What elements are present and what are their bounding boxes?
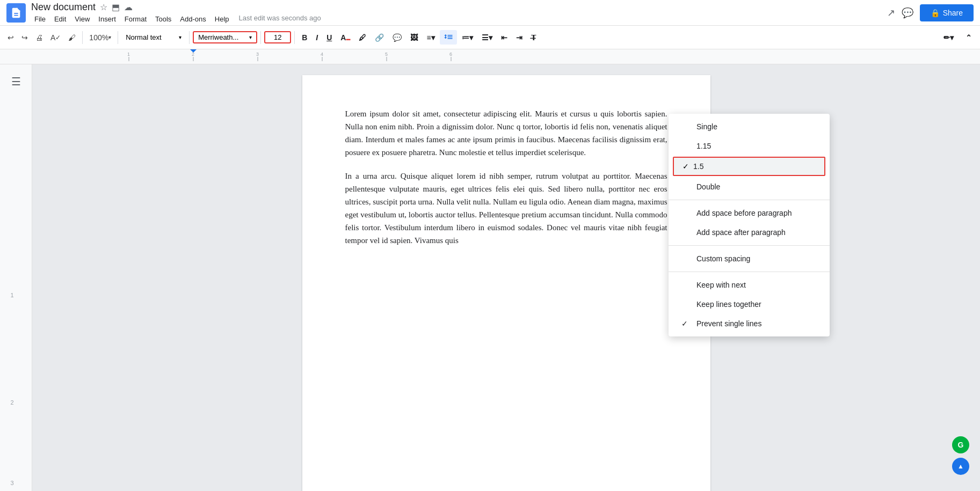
keep-with-next-label: Keep with next <box>696 281 817 289</box>
ruler: 1 2 3 4 5 6 <box>0 49 980 64</box>
zoom-value: 100% <box>89 33 108 42</box>
top-bar: New document ☆ ⬒ ☁ File Edit View Insert… <box>0 0 980 26</box>
keep-lines-together[interactable]: Keep lines together <box>669 295 830 314</box>
doc-title-area: New document ☆ ⬒ ☁ File Edit View Insert… <box>31 2 887 24</box>
spacing-1-5-label: 1.5 <box>693 162 703 171</box>
doc-area[interactable]: Lorem ipsum dolor sit amet, consectetur … <box>32 64 980 491</box>
cloud-icon[interactable]: ☁ <box>124 2 133 12</box>
svg-text:4: 4 <box>321 52 323 57</box>
menu-edit[interactable]: Edit <box>51 14 69 24</box>
menu-insert[interactable]: Insert <box>95 14 119 24</box>
separator-3 <box>189 31 190 44</box>
zoom-chevron: ▾ <box>108 34 111 40</box>
separator-spacing-2 <box>669 245 830 246</box>
star-icon[interactable]: ☆ <box>100 2 107 12</box>
paragraph-2: In a urna arcu. Quisque aliquet lorem id… <box>345 170 667 247</box>
print-button[interactable]: 🖨 <box>32 31 46 44</box>
top-right-area: ↗ 💬 🔒 Share <box>887 4 974 21</box>
spacing-1-15-label: 1.15 <box>696 142 817 150</box>
custom-spacing[interactable]: Custom spacing <box>669 249 830 268</box>
custom-spacing-label: Custom spacing <box>696 254 817 263</box>
menu-format[interactable]: Format <box>121 14 150 24</box>
clear-format-button[interactable]: T̶ <box>527 32 540 43</box>
svg-text:3: 3 <box>256 52 259 57</box>
checkmark-1-5: ✓ <box>683 162 693 171</box>
spacing-double[interactable]: Double <box>669 177 830 196</box>
underline-button[interactable]: U <box>323 32 336 43</box>
font-chevron: ▾ <box>249 34 252 40</box>
add-space-after-label: Add space after paragraph <box>696 228 817 237</box>
page-num-1: 1 <box>11 292 14 298</box>
increase-indent-button[interactable]: ⇥ <box>512 32 526 43</box>
menu-addons[interactable]: Add-ons <box>177 14 209 24</box>
prevent-single-lines[interactable]: ✓ Prevent single lines <box>669 314 830 333</box>
floating-buttons: G ▲ <box>952 436 969 475</box>
separator-spacing-1 <box>669 200 830 200</box>
line-spacing-dropdown: Single 1.15 ✓ 1.5 Double Add space befor <box>669 114 830 336</box>
add-space-before[interactable]: Add space before paragraph <box>669 203 830 223</box>
separator-spacing-3 <box>669 272 830 272</box>
comment-button[interactable]: 💬 <box>389 32 405 43</box>
font-size-input[interactable]: 12 <box>264 31 291 43</box>
paragraph-1: Lorem ipsum dolor sit amet, consectetur … <box>345 107 667 159</box>
menu-view[interactable]: View <box>71 14 93 24</box>
font-family-dropdown[interactable]: Merriweath... ▾ <box>193 31 257 43</box>
image-button[interactable]: 🖼 <box>406 32 422 43</box>
line-spacing-button[interactable] <box>440 30 457 45</box>
spacing-double-label: Double <box>696 182 817 191</box>
style-chevron: ▾ <box>179 34 182 40</box>
right-toolbar-area: ✏▾ ⌃ <box>940 32 976 43</box>
doc-title[interactable]: New document <box>31 2 96 13</box>
undo-button[interactable]: ↩ <box>4 31 17 44</box>
prevent-single-lines-label: Prevent single lines <box>696 319 817 328</box>
main-area: ☰ 1 2 3 Lorem ipsum dolor sit amet, cons… <box>0 64 980 491</box>
spacing-single-label: Single <box>696 122 817 131</box>
zoom-dropdown[interactable]: 100% ▾ <box>86 31 114 44</box>
redo-button[interactable]: ↪ <box>18 31 31 44</box>
svg-marker-14 <box>190 49 197 53</box>
menu-tools[interactable]: Tools <box>152 14 175 24</box>
document-page: Lorem ipsum dolor sit amet, consectetur … <box>302 75 710 491</box>
grammarly-button[interactable]: G <box>952 436 969 453</box>
spacing-1-15[interactable]: 1.15 <box>669 136 830 156</box>
highlight-button[interactable]: 🖊 <box>355 32 370 43</box>
comments-icon[interactable]: 💬 <box>902 7 913 19</box>
last-edit: Last edit was seconds ago <box>239 14 321 24</box>
align-button[interactable]: ≡▾ <box>423 32 438 43</box>
paragraph-style-dropdown[interactable]: Normal text ▾ <box>121 32 186 42</box>
app-icon[interactable] <box>6 3 26 23</box>
separator-4 <box>260 31 261 44</box>
spellcheck-button[interactable]: A✓ <box>47 31 64 44</box>
add-space-before-label: Add space before paragraph <box>696 209 817 217</box>
svg-text:1: 1 <box>127 52 130 57</box>
toolbar: ↩ ↪ 🖨 A✓ 🖌 100% ▾ Normal text ▾ Merriwea… <box>0 26 980 49</box>
page-num-2: 2 <box>11 399 14 406</box>
separator-1 <box>82 31 83 44</box>
italic-button[interactable]: I <box>312 32 322 43</box>
add-space-after[interactable]: Add space after paragraph <box>669 223 830 242</box>
save-to-drive-icon[interactable]: ⬒ <box>112 2 120 12</box>
keep-with-next[interactable]: Keep with next <box>669 275 830 295</box>
bulleted-list-button[interactable]: ☰▾ <box>478 32 496 43</box>
menu-help[interactable]: Help <box>212 14 233 24</box>
bold-button[interactable]: B <box>298 32 311 43</box>
page-num-3: 3 <box>11 480 14 486</box>
lock-icon: 🔒 <box>931 9 940 17</box>
svg-text:5: 5 <box>385 52 388 57</box>
page-numbers: 1 2 3 <box>11 142 21 464</box>
collapse-button[interactable]: ⌃ <box>962 32 976 43</box>
share-button[interactable]: 🔒 Share <box>920 4 974 21</box>
spacing-single[interactable]: Single <box>669 117 830 136</box>
svg-text:6: 6 <box>449 52 452 57</box>
document-outline-icon[interactable]: ☰ <box>11 75 21 88</box>
text-color-button[interactable]: A▬ <box>337 32 354 43</box>
numbered-list-button[interactable]: ≔▾ <box>458 32 477 43</box>
decrease-indent-button[interactable]: ⇤ <box>497 32 511 43</box>
spacing-1-5[interactable]: ✓ 1.5 <box>673 157 825 176</box>
paintformat-button[interactable]: 🖌 <box>65 31 79 44</box>
link-button[interactable]: 🔗 <box>371 32 388 43</box>
trending-icon[interactable]: ↗ <box>887 7 895 19</box>
editing-mode-button[interactable]: ✏▾ <box>940 32 957 43</box>
menu-file[interactable]: File <box>31 14 49 24</box>
assistant-button[interactable]: ▲ <box>952 458 969 475</box>
